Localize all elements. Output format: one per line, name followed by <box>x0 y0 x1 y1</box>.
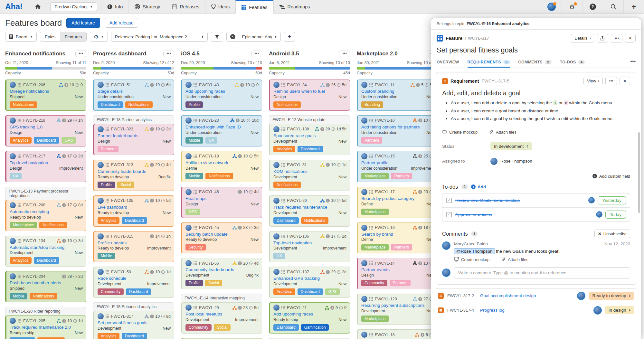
nav-ideas[interactable]: Ideas <box>205 0 235 13</box>
nav-strategy[interactable]: Strategy <box>128 0 166 13</box>
card-title[interactable]: Remind users when to fuel <box>273 89 346 94</box>
todo-text[interactable]: Approve new icons <box>455 212 492 217</box>
feature-card[interactable]: FWCYL-50 ! 10 1d Race schedule Developme… <box>93 267 174 298</box>
feature-card[interactable]: FWCYL-18 ! 6 Sponsored accomplishments <box>357 329 438 339</box>
details-button[interactable]: Details› <box>571 34 594 42</box>
epic-group-header[interactable]: FWCYL-E-15 Enhanced analytics <box>93 302 174 311</box>
workspace-selector[interactable]: Fredwin Cycling ▼ <box>50 2 98 11</box>
assignee[interactable]: Rose Thompson <box>490 158 532 165</box>
toggle-epics[interactable]: Epics <box>40 32 60 41</box>
add-feature-button[interactable]: Add feature <box>66 18 100 28</box>
feature-card[interactable]: FWCYL-120 ! 27 Recurring payment subscri… <box>357 294 438 325</box>
feature-card[interactable]: FWCYL-208 ! 17 8d Automatic receipting R… <box>5 200 86 231</box>
column-menu-button[interactable]: ••• <box>75 51 86 57</box>
card-title[interactable]: Race schedule <box>98 276 171 281</box>
add-todo-link[interactable]: + Add <box>471 184 486 189</box>
board-settings-select[interactable]: ⚙ ▼ <box>90 32 108 42</box>
card-title[interactable]: Recurring payment subscriptions <box>361 303 434 308</box>
feature-card[interactable]: FWCYL-26 ! 10 5d Track required maintena… <box>269 195 350 227</box>
feature-card[interactable]: FWCYL-313 ! 20 4d Community leaderboards… <box>93 160 174 191</box>
card-title[interactable]: Mileage notifications <box>10 89 83 94</box>
card-title[interactable]: Stage details <box>98 89 171 94</box>
feature-card[interactable]: FWCYL-29 ! 28 5d Post local meetups Deve… <box>181 302 262 334</box>
card-title[interactable]: Push based weather alerts <box>10 280 83 286</box>
feature-card[interactable]: FWCYL-23 ! 10 10d Enhanced login with Fa… <box>181 115 262 146</box>
card-title[interactable]: KOM notifications <box>273 169 346 174</box>
checkbox-checked-icon[interactable]: ✓ <box>446 198 452 203</box>
feature-card[interactable]: FWCYL-56 ! 20 4d Community leaderboards … <box>181 258 262 289</box>
mention-chip[interactable]: @Rose Thompson <box>454 248 495 254</box>
card-title[interactable]: Top-level navigation <box>273 240 346 246</box>
releases-filter-select[interactable]: Releases: Parking Lot, Marketplace 2... … <box>111 32 208 42</box>
epic-link[interactable]: FWCYL-E-15 Enhanced analytics <box>467 22 529 26</box>
card-title[interactable]: Partner events <box>361 267 434 273</box>
epic-group-header[interactable]: FWCYL-E-20 Rider reporting <box>5 307 86 315</box>
close-button[interactable]: ✕ <box>625 34 636 42</box>
requirement-status-select[interactable]: Ready to develop ▲▼ <box>589 292 634 300</box>
feature-card[interactable]: FWCYL-136 ! 17 2d Top-level navigation D… <box>269 231 350 262</box>
feature-card[interactable]: FWCYL-21 ! 9 0 Add upcoming races Ready … <box>269 302 350 334</box>
card-title[interactable]: Post local meetups <box>185 312 259 317</box>
share-button[interactable] <box>597 34 608 42</box>
toggle-features[interactable]: Features <box>60 32 86 41</box>
card-title[interactable]: Partner profile <box>361 160 434 166</box>
card-title[interactable]: Top-level navigation <box>10 160 83 166</box>
feature-card[interactable]: FWCYL-10 ! 10 Add rating options for par… <box>357 115 438 146</box>
search-button[interactable] <box>603 0 623 13</box>
comment-input[interactable] <box>454 267 630 278</box>
feature-card[interactable]: FWCYL-323 ! 19 2d Partner leaderboards D… <box>93 124 174 155</box>
card-title[interactable]: Add upcoming races <box>185 89 259 94</box>
feature-card[interactable]: FWCYL-206 ! 10 0 Mileage notifications S… <box>5 80 86 111</box>
feature-card[interactable]: FWCYL-19 ! 10 5h Ability to view network… <box>181 151 262 182</box>
todo-text[interactable]: Review new Goals menu mockup <box>455 198 520 203</box>
feature-card[interactable]: FWCYL-217 ! 17 2d Top-level navigation D… <box>5 151 86 182</box>
card-title[interactable]: Custom branding <box>361 89 434 94</box>
feature-card[interactable]: FWCYL-15 ! 25 Partner profile Under cons… <box>357 151 438 182</box>
requirement-row[interactable]: FWCYL-317-2 Goal accomplishment design R… <box>436 288 636 303</box>
requirement-title[interactable]: Progress log <box>480 308 505 313</box>
epic-filter-chip[interactable]: ✕ Epic name: Any ▲▼ <box>226 32 281 42</box>
settings-button[interactable]: ⚙ <box>562 0 582 13</box>
card-title[interactable]: Track required maintenance <box>273 205 346 210</box>
home-button[interactable] <box>29 0 46 13</box>
feature-card[interactable]: FWCYL-11 ! 5 5d Custom branding Under co… <box>357 80 438 111</box>
feature-card[interactable]: FWCYL-14 ! 13 Partner events Design New … <box>357 258 438 289</box>
feature-card[interactable]: FWCYL-138 ! 28 1d 5h Sponsored race goal… <box>269 124 350 155</box>
requirement-row[interactable]: FWCYL-317-4 Progress log In design ▲▼ <box>436 303 636 317</box>
create-mockup-link[interactable]: Create mockup <box>454 257 489 262</box>
nav-features[interactable]: Features <box>235 0 273 14</box>
feature-card[interactable]: FWCYL-137 ! 29 2d Enhanced GPS tracking … <box>269 267 350 298</box>
epic-group-header[interactable]: FWCYL-E-18 Partner analytics <box>93 115 174 124</box>
close-button[interactable]: ✕ <box>620 77 630 85</box>
column-menu-button[interactable]: ••• <box>251 51 262 57</box>
add-custom-field-link[interactable]: + Add custom field <box>442 174 630 179</box>
feature-card[interactable]: FWCYL-317 ! 10 8d Set personal fitness g… <box>93 311 174 339</box>
card-title[interactable]: Partner leaderboards <box>98 133 171 139</box>
todo-due-pill[interactable]: Today <box>605 211 626 219</box>
create-mockup-link[interactable]: Create mockup <box>442 130 478 135</box>
feature-card[interactable]: FWCYL-218 ! 29 1h GPS tracking 1.0 Desig… <box>5 115 86 146</box>
card-title[interactable]: GPS tracking 1.0 <box>10 125 83 130</box>
feature-card[interactable]: FWCYL-135 ! 10 5d Live dashboard Ready t… <box>93 195 174 227</box>
epic-group-header[interactable]: FWCYL-E-14 Interactive mapping <box>181 294 262 302</box>
card-title[interactable]: Enhanced GPS tracking <box>273 276 346 281</box>
aha-logo[interactable]: Aha! <box>0 0 29 13</box>
card-title[interactable]: Live dashboard <box>98 205 171 210</box>
add-release-button[interactable]: Add release <box>105 18 138 28</box>
card-title[interactable]: Automatic receipting <box>10 209 83 215</box>
drawer-tab[interactable]: TO-DOS 4 <box>560 59 585 68</box>
feature-card[interactable]: FWCYL-34 ! 26 5d Remind users when to fu… <box>269 80 350 111</box>
column-menu-button[interactable]: ••• <box>339 51 350 57</box>
card-title[interactable]: Ability to view network <box>185 160 259 166</box>
drawer-tab[interactable]: OVERVIEW <box>437 59 459 68</box>
more-button[interactable]: ••• <box>611 34 622 42</box>
card-title[interactable]: Set personal fitness goals <box>98 320 171 326</box>
feature-card[interactable]: FWCYL-43 ! 10 0 Add upcoming races Under… <box>181 80 262 111</box>
status-select[interactable]: In development ▲▼ <box>490 142 532 150</box>
requirement-status-select[interactable]: In design ▲▼ <box>605 306 634 314</box>
card-title[interactable]: Add upcoming races <box>273 312 346 317</box>
card-title[interactable]: Track required maintenance 2.0 <box>10 325 83 330</box>
card-title[interactable]: Sponsored race goals <box>273 133 346 139</box>
feature-card[interactable]: FWCYL-31 ! 10 1d KOM notifications Devel… <box>269 160 350 191</box>
card-title[interactable]: Search by brand <box>361 232 434 237</box>
